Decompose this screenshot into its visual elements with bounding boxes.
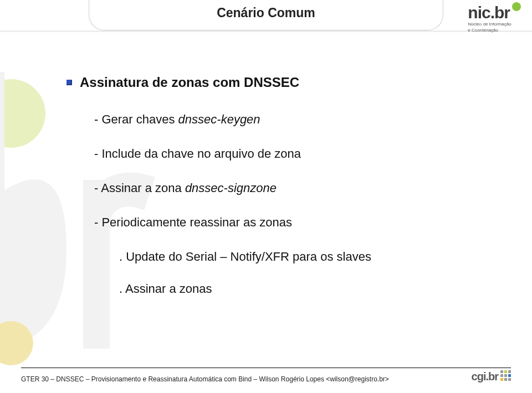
content-line-3: - Assinar a zona dnssec-signzone	[94, 181, 471, 195]
content-subline-1: . Update do Serial – Notify/XFR para os …	[119, 250, 471, 264]
content-line-3-text: - Assinar a zona	[94, 181, 185, 195]
content-line-1-text: - Gerar chaves	[94, 112, 178, 126]
nic-logo-text: nic.br	[468, 4, 510, 21]
content-line-1: - Gerar chaves dnssec-keygen	[94, 112, 471, 127]
nic-logo-sub2: e Coordenação	[468, 28, 521, 33]
content-subline-2: . Assinar a zonas	[119, 282, 471, 296]
header-divider	[0, 30, 532, 32]
nic-logo-sub1: Núcleo de Informação	[468, 22, 521, 27]
content-heading: Assinatura de zonas com DNSSEC	[80, 75, 299, 90]
content-line-1-em: dnssec-keygen	[178, 112, 260, 126]
content-line-3-em: dnssec-signzone	[185, 181, 277, 195]
footer: GTER 30 – DNSSEC – Provisionamento e Rea…	[21, 368, 511, 383]
content-line-4: - Periodicamente reassinar as zonas	[94, 215, 471, 230]
footer-text: GTER 30 – DNSSEC – Provisionamento e Rea…	[21, 375, 389, 383]
bullet-icon	[66, 80, 72, 85]
bullet-heading-row: Assinatura de zonas com DNSSEC	[66, 75, 471, 90]
nic-logo-dot-icon	[512, 2, 521, 11]
nic-logo: nic.br Núcleo de Informação e Coordenaçã…	[468, 4, 521, 33]
cgi-logo-grid-icon	[500, 370, 511, 381]
slide-content: Assinatura de zonas com DNSSEC - Gerar c…	[0, 44, 532, 296]
title-tab: Cenário Comum	[89, 0, 443, 30]
header: Cenário Comum nic.br Núcleo de Informaçã…	[0, 0, 532, 44]
cgi-logo: cgi.br	[472, 370, 511, 383]
page-title: Cenário Comum	[89, 0, 443, 20]
content-line-2: - Include da chave no arquivo de zona	[94, 147, 471, 161]
cgi-logo-text: cgi.br	[472, 370, 498, 383]
